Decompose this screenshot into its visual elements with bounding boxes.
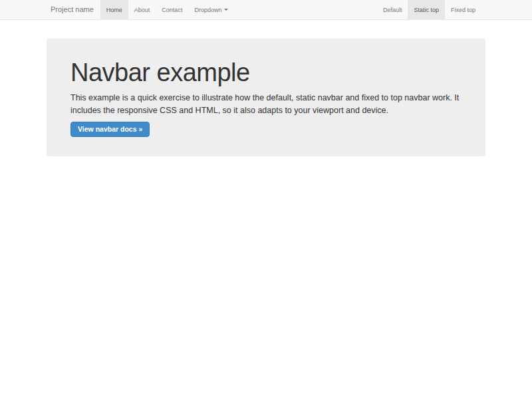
caret-down-icon xyxy=(224,9,228,11)
view-navbar-docs-button[interactable]: View navbar docs » xyxy=(70,122,150,138)
nav-item-static-top[interactable]: Static top xyxy=(408,0,445,19)
dropdown-label: Dropdown xyxy=(194,7,221,13)
navbar-brand[interactable]: Project name xyxy=(51,0,96,19)
navbar: Project name Home About Contact Dropdown… xyxy=(0,0,532,20)
jumbotron-description: This example is a quick exercise to illu… xyxy=(70,92,462,117)
page-title: Navbar example xyxy=(70,59,462,86)
main-container: Navbar example This example is a quick e… xyxy=(47,39,485,156)
navbar-left-nav: Home About Contact Dropdown xyxy=(100,0,235,19)
nav-item-dropdown[interactable]: Dropdown xyxy=(188,0,234,19)
nav-item-fixed-top[interactable]: Fixed top xyxy=(445,0,481,19)
navbar-right-nav: Default Static top Fixed top xyxy=(377,0,481,19)
navbar-container: Project name Home About Contact Dropdown… xyxy=(51,0,481,19)
jumbotron: Navbar example This example is a quick e… xyxy=(47,39,485,156)
nav-item-about[interactable]: About xyxy=(128,0,156,19)
nav-item-home[interactable]: Home xyxy=(100,0,128,19)
nav-item-default[interactable]: Default xyxy=(377,0,408,19)
nav-item-contact[interactable]: Contact xyxy=(156,0,188,19)
